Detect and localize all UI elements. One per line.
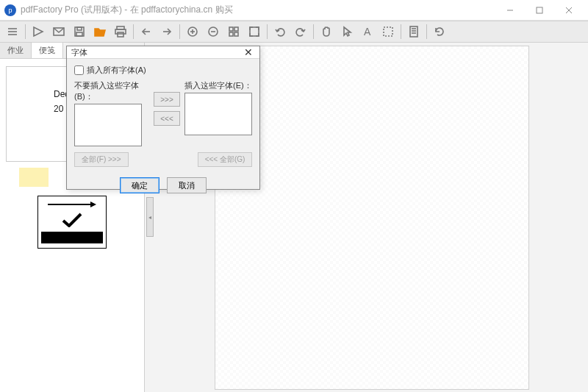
font-dialog: 字体 ✕ 插入所有字体(A) 不要插入这些字体(B)： >>> <<< 插入这些… xyxy=(66,46,260,190)
tab-notes[interactable]: 便笺 xyxy=(32,43,63,58)
menu-button[interactable] xyxy=(3,22,22,41)
refresh-button[interactable] xyxy=(430,22,449,41)
redact-icon[interactable] xyxy=(41,232,103,243)
svg-rect-11 xyxy=(76,32,82,36)
open-button[interactable] xyxy=(90,22,110,41)
svg-rect-1 xyxy=(537,7,542,13)
dialog-title: 字体 xyxy=(71,47,87,58)
hand-tool-button[interactable] xyxy=(317,22,336,41)
titlebar: p pdfFactory Pro (试用版本) - 在 pdffactorych… xyxy=(0,0,588,21)
redo-button[interactable] xyxy=(291,22,310,41)
save-button[interactable] xyxy=(70,22,89,41)
undo-button[interactable] xyxy=(270,22,290,41)
svg-marker-7 xyxy=(34,27,43,36)
embed-all-label: 插入所有字体(A) xyxy=(87,65,146,76)
zoom-in-button[interactable] xyxy=(183,22,202,41)
svg-rect-24 xyxy=(229,32,233,36)
text-tool-button[interactable]: A xyxy=(358,22,377,41)
move-right-button[interactable]: >>> xyxy=(154,92,180,107)
dialog-titlebar: 字体 ✕ xyxy=(67,46,259,59)
dialog-close-button[interactable]: ✕ xyxy=(242,46,255,58)
ok-button[interactable]: 确定 xyxy=(120,177,159,193)
select-tool-button[interactable] xyxy=(379,22,398,41)
svg-rect-10 xyxy=(77,27,82,30)
arrow-icon[interactable] xyxy=(46,201,98,208)
back-button[interactable] xyxy=(137,22,156,41)
svg-rect-30 xyxy=(410,26,417,37)
exclude-label: 不要插入这些字体(B)： xyxy=(74,80,149,102)
check-icon[interactable] xyxy=(61,213,83,227)
include-list[interactable] xyxy=(184,93,252,135)
svg-text:A: A xyxy=(364,26,371,38)
svg-marker-27 xyxy=(344,27,351,36)
dialog-footer: 确定 取消 xyxy=(67,173,259,198)
embed-all-row[interactable]: 插入所有字体(A) xyxy=(74,65,252,76)
svg-rect-13 xyxy=(115,29,126,34)
forward-button[interactable] xyxy=(157,22,176,41)
dialog-body: 插入所有字体(A) 不要插入这些字体(B)： >>> <<< 插入这些字体(E)… xyxy=(67,59,259,173)
window-title: pdfFactory Pro (试用版本) - 在 pdffactorychin… xyxy=(21,4,233,16)
stamp-panel xyxy=(37,196,107,249)
svg-rect-26 xyxy=(250,27,259,36)
tab-jobs[interactable]: 作业 xyxy=(0,43,32,58)
all-left-button[interactable]: <<< 全部(G) xyxy=(198,152,252,167)
svg-rect-22 xyxy=(229,27,233,31)
exclude-list[interactable] xyxy=(74,104,142,146)
app-icon: p xyxy=(4,4,16,16)
cancel-button[interactable]: 取消 xyxy=(167,177,207,193)
move-left-button[interactable]: <<< xyxy=(154,111,180,126)
include-label: 插入这些字体(E)： xyxy=(184,80,252,91)
mail-button[interactable] xyxy=(49,22,68,41)
svg-rect-23 xyxy=(234,27,238,31)
sticky-note-icon[interactable] xyxy=(19,168,49,187)
svg-rect-25 xyxy=(234,32,238,36)
svg-rect-29 xyxy=(384,27,392,36)
maximize-button[interactable] xyxy=(525,0,554,20)
minimize-button[interactable] xyxy=(495,0,525,20)
page-button[interactable] xyxy=(404,22,423,41)
print-button[interactable] xyxy=(111,22,130,41)
svg-rect-14 xyxy=(118,32,123,37)
page-preview[interactable] xyxy=(215,46,529,390)
send-button[interactable] xyxy=(29,22,48,41)
fit-button[interactable] xyxy=(245,22,264,41)
toolbar: A xyxy=(0,21,588,43)
svg-marker-35 xyxy=(90,202,96,207)
splitter-grip-icon: ◂ xyxy=(146,197,154,237)
embed-all-checkbox[interactable] xyxy=(74,65,84,75)
zoom-out-button[interactable] xyxy=(204,22,223,41)
grid-button[interactable] xyxy=(224,22,243,41)
all-right-button[interactable]: 全部(F) >>> xyxy=(74,152,129,167)
close-button[interactable] xyxy=(554,0,584,20)
pointer-tool-button[interactable] xyxy=(337,22,356,41)
